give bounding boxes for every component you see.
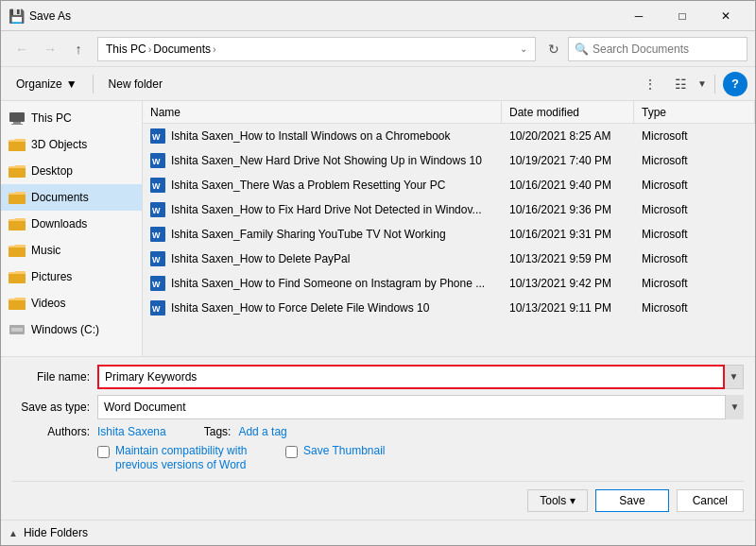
save-thumbnail-checkbox[interactable] (285, 446, 298, 458)
search-input[interactable] (593, 43, 741, 56)
file-area: NameDate modifiedTypeWIshita Saxen_How t… (143, 101, 755, 356)
cancel-button[interactable]: Cancel (677, 489, 744, 512)
word-doc-icon: W (150, 227, 165, 242)
file-name-cell-6: WIshita Saxen_How to Find Someone on Ins… (143, 271, 502, 295)
file-type-cell-6: Microsoft (634, 271, 755, 295)
save-type-select[interactable]: Word Document (97, 395, 744, 419)
checkbox-row: Maintain compatibility with previous ver… (97, 444, 744, 473)
sidebar-item-label-music: Music (31, 244, 60, 257)
file-name-dropdown-button[interactable]: ▼ (725, 365, 744, 389)
hide-folders-row[interactable]: ▲ Hide Folders (1, 520, 755, 545)
word-doc-icon: W (150, 128, 165, 144)
up-button[interactable]: ↑ (65, 36, 92, 62)
address-sep-1: › (148, 43, 152, 55)
file-date-cell-5: 10/13/2021 9:59 PM (502, 247, 634, 270)
address-bar[interactable]: This PC › Documents › ⌄ (97, 37, 536, 61)
maintain-compat-item: Maintain compatibility with previous ver… (97, 444, 248, 473)
svg-text:W: W (152, 181, 161, 191)
table-row[interactable]: WIshita Saxen_How to Install Windows on … (143, 124, 755, 148)
sidebar-item-music[interactable]: Music (1, 237, 142, 264)
meta-row: Authors: Ishita Saxena Tags: Add a tag (12, 425, 744, 438)
authors-label: Authors: (12, 425, 97, 438)
file-type-cell-0: Microsoft (634, 124, 755, 147)
file-name-input[interactable] (97, 365, 725, 389)
window-title: Save As (29, 9, 617, 23)
sidebar-item-documents[interactable]: Documents (1, 184, 142, 211)
hide-folders-label: Hide Folders (24, 526, 88, 539)
file-date-cell-1: 10/19/2021 7:40 PM (502, 148, 634, 172)
word-doc-icon: W (150, 202, 165, 217)
command-bar: Organize ▼ New folder ⋮ ☷ ▼ ? (1, 67, 755, 101)
file-date-cell-4: 10/16/2021 9:31 PM (502, 222, 634, 246)
table-row[interactable]: WIshita Saxen_Family Sharing YouTube TV … (143, 222, 755, 247)
word-doc-icon: W (150, 300, 165, 316)
sidebar-item-desktop[interactable]: Desktop (1, 158, 142, 184)
svg-rect-1 (13, 122, 21, 124)
refresh-button[interactable]: ↻ (541, 37, 566, 61)
file-date-cell-7: 10/13/2021 9:11 PM (502, 296, 634, 319)
tags-label: Tags: (204, 425, 232, 438)
file-type-cell-4: Microsoft (634, 222, 755, 246)
forward-button[interactable]: → (37, 36, 63, 62)
search-icon: 🔍 (575, 43, 589, 56)
title-bar: 💾 Save As ─ □ ✕ (1, 1, 755, 31)
table-row[interactable]: WIshita Saxen_How to Force Delete File W… (143, 296, 755, 320)
documents-icon (9, 189, 26, 206)
sidebar-item-this-pc[interactable]: This PC (1, 105, 142, 131)
3d-objects-icon (9, 136, 26, 153)
sidebar-item-3d-objects[interactable]: 3D Objects (1, 131, 142, 158)
table-row[interactable]: WIshita Saxen_How to Delete PayPal10/13/… (143, 247, 755, 271)
sidebar-item-label-downloads: Downloads (31, 217, 87, 230)
file-name-cell-0: WIshita Saxen_How to Install Windows on … (143, 124, 502, 147)
file-name-text-0: Ishita Saxen_How to Install Windows on a… (171, 129, 450, 143)
maintain-compat-checkbox[interactable] (97, 446, 110, 458)
add-tag-link[interactable]: Add a tag (238, 425, 286, 438)
authors-value[interactable]: Ishita Saxena (97, 425, 166, 438)
sidebar-item-downloads[interactable]: Downloads (1, 211, 142, 237)
svg-text:W: W (152, 157, 161, 166)
maximize-button[interactable]: □ (661, 1, 704, 31)
word-doc-icon: W (150, 178, 165, 193)
organize-button[interactable]: Organize ▼ (9, 71, 85, 97)
file-name-cell-3: WIshita Saxen_How to Fix Hard Drive Not … (143, 197, 502, 221)
view-button[interactable]: ⋮ (637, 71, 663, 97)
column-header: NameDate modifiedType (143, 101, 755, 124)
title-icon: 💾 (9, 9, 24, 24)
toolbar: ← → ↑ This PC › Documents › ⌄ ↻ 🔍 (1, 31, 755, 67)
help-button[interactable]: ? (723, 72, 747, 96)
address-parts: This PC › Documents › (106, 43, 514, 56)
col-header-type[interactable]: Type (634, 101, 755, 123)
file-date-cell-6: 10/13/2021 9:42 PM (502, 271, 634, 295)
col-header-date[interactable]: Date modified (502, 101, 634, 123)
new-folder-button[interactable]: New folder (101, 71, 170, 97)
sidebar-item-windows-c[interactable]: Windows (C:) (1, 316, 142, 343)
table-row[interactable]: WIshita Saxen_There Was a Problem Resett… (143, 173, 755, 197)
file-name-cell-4: WIshita Saxen_Family Sharing YouTube TV … (143, 222, 502, 246)
minimize-button[interactable]: ─ (617, 1, 661, 31)
word-doc-icon: W (150, 251, 165, 266)
svg-text:W: W (152, 304, 161, 314)
sidebar-item-videos[interactable]: Videos (1, 290, 142, 316)
save-type-wrapper: Word Document ▼ (97, 395, 744, 419)
file-date-cell-3: 10/16/2021 9:36 PM (502, 197, 634, 221)
table-row[interactable]: WIshita Saxen_New Hard Drive Not Showing… (143, 148, 755, 173)
save-thumbnail-label[interactable]: Save Thumbnail (303, 444, 386, 459)
organize-chevron-icon: ▼ (66, 77, 77, 91)
search-box: 🔍 (568, 37, 747, 61)
sidebar-item-label-3d-objects: 3D Objects (31, 138, 87, 151)
sidebar-item-pictures[interactable]: Pictures (1, 264, 142, 290)
table-row[interactable]: WIshita Saxen_How to Fix Hard Drive Not … (143, 197, 755, 222)
table-row[interactable]: WIshita Saxen_How to Find Someone on Ins… (143, 271, 755, 296)
view-mode-button[interactable]: ☷ (667, 71, 694, 97)
action-row: Tools ▾ Save Cancel (12, 481, 744, 512)
file-list[interactable]: NameDate modifiedTypeWIshita Saxen_How t… (143, 101, 755, 356)
back-button[interactable]: ← (9, 36, 35, 62)
file-name-text-7: Ishita Saxen_How to Force Delete File Wi… (171, 301, 429, 315)
col-header-name[interactable]: Name (143, 101, 502, 123)
close-button[interactable]: ✕ (704, 1, 747, 31)
address-dropdown-icon: ⌄ (520, 43, 527, 54)
maintain-compat-label[interactable]: Maintain compatibility with previous ver… (115, 444, 248, 473)
svg-text:W: W (152, 280, 161, 289)
save-button[interactable]: Save (595, 489, 668, 512)
tools-button[interactable]: Tools ▾ (527, 489, 588, 512)
